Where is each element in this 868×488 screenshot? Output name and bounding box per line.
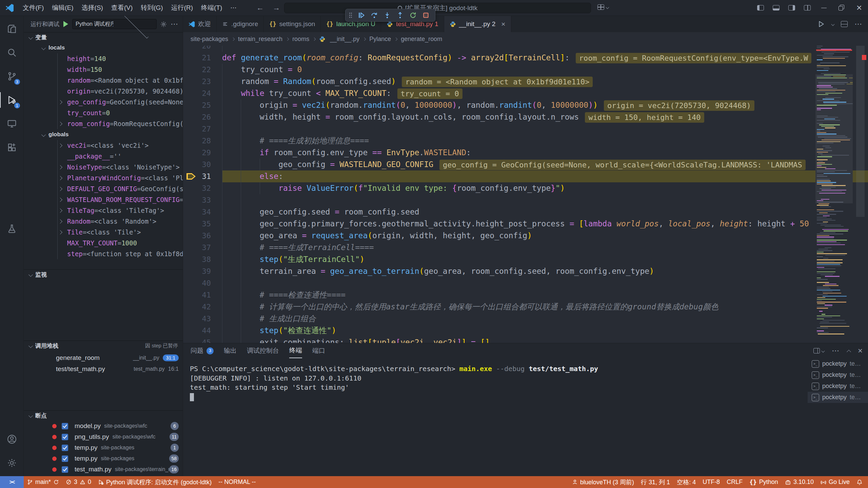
- breakpoint-checkbox[interactable]: [62, 445, 68, 451]
- code-line-42[interactable]: 42# 计算每一个出口的中心，然后使用astar生成路径，确保每一个出口组合都可…: [183, 301, 868, 313]
- code-line-40[interactable]: 40: [183, 277, 868, 289]
- code-line-21[interactable]: 21def generate_room(room_config: RoomReq…: [183, 52, 868, 64]
- command-center-search[interactable]: [扩展开发宿主] godot-ldtk: [284, 3, 591, 13]
- code-line-31[interactable]: 31else:: [183, 170, 868, 182]
- breakpoints-section-header[interactable]: 断点: [24, 410, 183, 421]
- indentation-item[interactable]: 空格: 4: [673, 476, 699, 488]
- variables-group-globals[interactable]: globals: [24, 129, 183, 140]
- code-line-41[interactable]: 41# ====检查连通性====: [183, 289, 868, 301]
- toggle-sidebar-left-icon[interactable]: [753, 0, 768, 16]
- terminal-layout-control[interactable]: [813, 348, 824, 353]
- breakpoint-row-2[interactable]: temp.pysite-packages1: [24, 442, 183, 453]
- code-editor[interactable]: 2021def generate_room(room_config: RoomR…: [183, 46, 868, 343]
- variable-row-room_config[interactable]: room_config = RoomRequestConfig(env_t…: [24, 118, 183, 129]
- run-debug-icon[interactable]: 1: [0, 88, 24, 112]
- code-line-36[interactable]: 36geo_area = request_area(origin, width,…: [183, 230, 868, 242]
- step-out-button[interactable]: [394, 10, 406, 20]
- panel-tab-端口[interactable]: 端口: [312, 343, 325, 358]
- close-panel-icon[interactable]: ×: [858, 346, 863, 355]
- menu-item-S[interactable]: 选择(S): [78, 2, 107, 13]
- explorer-icon[interactable]: [0, 17, 24, 41]
- variable-row-width[interactable]: width = 150: [24, 64, 183, 75]
- remote-explorer-icon[interactable]: [0, 112, 24, 136]
- scrollbar[interactable]: [853, 46, 868, 343]
- breadcrumb-item-generate_room[interactable]: generate_room: [401, 36, 442, 43]
- variable-row-height[interactable]: height = 140: [24, 53, 183, 64]
- continue-button[interactable]: [356, 10, 367, 20]
- code-line-23[interactable]: 23random = Random(room_config.seed)rando…: [183, 76, 868, 87]
- terminal-output[interactable]: PS C:\computer_science\godot-ldtk\site-p…: [190, 364, 598, 401]
- code-line-43[interactable]: 43# 生成出口组合: [183, 313, 868, 325]
- source-control-icon[interactable]: 3: [0, 64, 24, 88]
- tab-.gdignore[interactable]: .gdignore: [217, 16, 264, 32]
- breakpoint-checkbox[interactable]: [62, 434, 68, 440]
- breadcrumb[interactable]: site-packagesterrain_researchrooms__init…: [183, 32, 868, 46]
- nav-back-icon[interactable]: ←: [256, 3, 264, 12]
- code-line-38[interactable]: 38step("生成TerrainCell"): [183, 253, 868, 265]
- run-python-file-icon[interactable]: [817, 20, 825, 28]
- scrollbar-thumb[interactable]: [856, 46, 865, 217]
- variable-row-NoiseType[interactable]: NoiseType = <class 'NoiseType'>: [24, 162, 183, 172]
- debug-config-dropdown[interactable]: Python 调试程序: 启: [72, 19, 157, 29]
- extensions-icon[interactable]: [0, 136, 24, 159]
- breadcrumb-item-__init__.py[interactable]: __init__.py: [330, 36, 359, 43]
- remote-indicator[interactable]: ><: [0, 476, 24, 488]
- customize-layout-icon[interactable]: [800, 0, 815, 16]
- breadcrumb-item-Pylance[interactable]: Pylance: [369, 36, 391, 43]
- problems-item[interactable]: 3 0: [62, 476, 95, 488]
- code-line-37[interactable]: 37# ====生成TerrainCell====: [183, 242, 868, 253]
- notifications-item[interactable]: [853, 476, 866, 488]
- variable-row-DEFAULT_GEO_CONFIG[interactable]: DEFAULT_GEO_CONFIG = GeoConfig(seed=1…: [24, 183, 183, 194]
- variable-row-MAX_TRY_COUNT[interactable]: MAX_TRY_COUNT = 1000: [24, 238, 183, 248]
- code-line-26[interactable]: 26width, height = room_config.layout.n_c…: [183, 111, 868, 123]
- tab-__init__.py[interactable]: __init__.py 2×: [444, 16, 511, 32]
- terminal-list-item-1[interactable]: >_pocketpyte…: [808, 369, 868, 381]
- vim-mode-item[interactable]: -- NORMAL --: [215, 476, 259, 488]
- drag-handle-icon[interactable]: [349, 12, 352, 18]
- go-live-item[interactable]: Go Live: [817, 476, 853, 488]
- eol-item[interactable]: CRLF: [723, 476, 746, 488]
- variable-row-Random[interactable]: Random = <class 'Random'>: [24, 216, 183, 227]
- code-line-28[interactable]: 28# ====生成初始地理信息====: [183, 135, 868, 147]
- more-actions-icon[interactable]: ⋯: [854, 22, 863, 26]
- toggle-panel-icon[interactable]: [768, 0, 784, 16]
- callstack-frame-generate_room[interactable]: generate_room__init__.py31:1: [24, 352, 183, 363]
- variable-row-try_count[interactable]: try_count = 0: [24, 107, 183, 118]
- variable-row-TileTag[interactable]: TileTag = <class 'TileTag'>: [24, 205, 183, 216]
- watch-section-header[interactable]: 监视: [24, 269, 183, 280]
- account-icon[interactable]: [0, 427, 24, 451]
- terminal-list-item-0[interactable]: >_pocketpyte…: [808, 358, 868, 369]
- close-button[interactable]: ×: [850, 0, 868, 16]
- step-into-button[interactable]: [381, 10, 393, 20]
- code-line-32[interactable]: 32raise ValueError(f"Invalid env type: {…: [183, 182, 868, 194]
- more-actions-icon[interactable]: ⋯: [832, 349, 840, 352]
- menu-item-G[interactable]: 转到(G): [137, 2, 167, 13]
- code-line-25[interactable]: 25origin = vec2i(random.randint(0, 10000…: [183, 99, 868, 111]
- restart-button[interactable]: [407, 10, 419, 20]
- code-line-27[interactable]: 27: [183, 123, 868, 135]
- encoding-item[interactable]: UTF-8: [699, 476, 723, 488]
- restore-button[interactable]: [833, 0, 850, 16]
- panel-tab-输出[interactable]: 输出: [224, 343, 237, 358]
- terminal-list-item-3[interactable]: >_pocketpyte…: [808, 392, 868, 403]
- code-line-39[interactable]: 39terrain_area = geo_area_to_terrain(geo…: [183, 265, 868, 277]
- panel-tab-问题[interactable]: 问题3: [191, 343, 214, 358]
- panel-tab-终端[interactable]: 终端: [289, 343, 302, 358]
- code-line-24[interactable]: 24while try_count < MAX_TRY_COUNT:try_co…: [183, 87, 868, 99]
- menu-item-R[interactable]: 运行(R): [167, 2, 197, 13]
- menu-item-E[interactable]: 编辑(E): [48, 2, 77, 13]
- blame-item[interactable]: blueloveTH (3 周前): [569, 476, 637, 488]
- minimap-slider[interactable]: [815, 74, 853, 203]
- menu-item-[interactable]: ⋯: [226, 2, 241, 13]
- code-line-33[interactable]: 33: [183, 194, 868, 206]
- gear-icon[interactable]: [160, 21, 167, 28]
- variable-row-geo_config[interactable]: geo_config = GeoConfig(seed=None, wor…: [24, 97, 183, 107]
- breadcrumb-item-terrain_research[interactable]: terrain_research: [238, 36, 282, 43]
- variable-row-__package__[interactable]: __package__ = '': [24, 151, 183, 162]
- start-debug-icon[interactable]: [63, 21, 68, 27]
- variable-row-vec2i[interactable]: vec2i = <class 'vec2i'>: [24, 140, 183, 151]
- debug-session-item[interactable]: Python 调试程序: 启动文件 (godot-ldtk): [95, 476, 215, 488]
- breakpoint-checkbox[interactable]: [62, 423, 68, 429]
- language-item[interactable]: {}Python: [746, 476, 782, 488]
- chevron-down-icon[interactable]: [831, 22, 835, 26]
